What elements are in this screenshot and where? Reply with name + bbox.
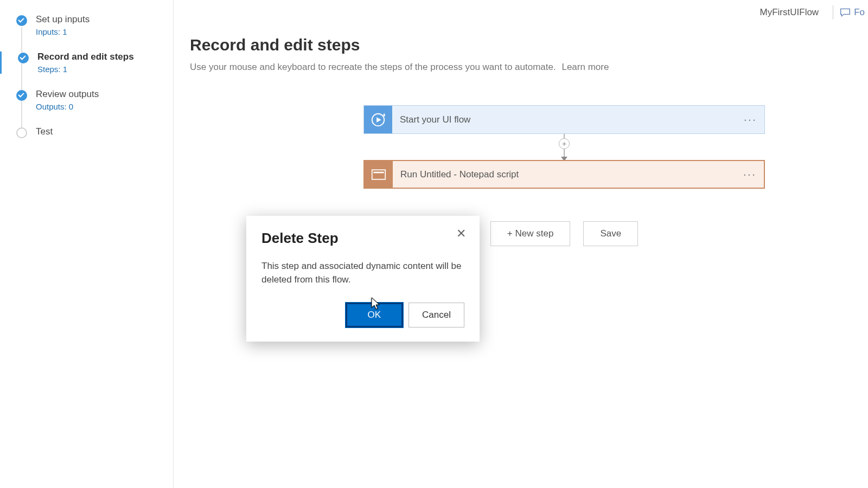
feedback-text: Fo — [854, 7, 865, 18]
nav-step-title: Record and edit steps — [37, 52, 168, 62]
delete-step-dialog: Delete Step ✕ This step and associated d… — [246, 216, 480, 342]
svg-marker-1 — [376, 117, 381, 122]
new-step-button[interactable]: + New step — [490, 221, 571, 246]
flow-name-label: MyFirstUIFlow — [760, 7, 819, 18]
dialog-body: This step and associated dynamic content… — [261, 260, 464, 286]
nav-connector-line — [21, 27, 22, 136]
circle-icon — [16, 127, 27, 138]
step-start-menu-icon[interactable]: ··· — [744, 113, 757, 127]
cancel-button[interactable]: Cancel — [409, 303, 464, 328]
window-icon — [365, 161, 393, 188]
nav-step-test[interactable]: Test — [16, 126, 168, 137]
nav-step-sub: Outputs: 0 — [36, 102, 168, 111]
step-run-label: Run Untitled - Notepad script — [393, 169, 519, 180]
svg-rect-2 — [372, 170, 386, 179]
top-bar: MyFirstUIFlow Fo — [757, 0, 868, 25]
page-description: Use your mouse and keyboard to recreate … — [190, 62, 868, 73]
step-start-label: Start your UI flow — [392, 114, 470, 125]
feedback-link[interactable]: Fo — [840, 7, 865, 18]
save-button[interactable]: Save — [583, 221, 638, 246]
step-connector: + — [564, 134, 565, 160]
page-title: Record and edit steps — [190, 36, 868, 54]
topbar-divider — [833, 5, 833, 20]
nav-step-sub: Inputs: 1 — [36, 27, 168, 36]
learn-more-link[interactable]: Learn more — [561, 62, 609, 72]
step-card-start[interactable]: Start your UI flow ··· — [363, 105, 765, 134]
add-step-between-icon[interactable]: + — [559, 138, 570, 149]
check-icon — [16, 90, 27, 101]
nav-step-inputs[interactable]: Set up inputs Inputs: 1 — [16, 14, 168, 36]
feedback-icon — [840, 8, 851, 17]
step-card-run-script[interactable]: Run Untitled - Notepad script ··· — [363, 160, 765, 189]
step-run-menu-icon[interactable]: ··· — [743, 168, 756, 182]
page-description-text: Use your mouse and keyboard to recreate … — [190, 62, 556, 72]
nav-step-title: Test — [36, 126, 168, 137]
nav-step-outputs[interactable]: Review outputs Outputs: 0 — [16, 89, 168, 111]
dialog-title: Delete Step — [261, 230, 464, 247]
nav-step-sub: Steps: 1 — [37, 65, 168, 74]
dialog-button-row: OK Cancel — [261, 303, 464, 328]
svg-rect-3 — [373, 171, 384, 173]
close-icon[interactable]: ✕ — [455, 228, 468, 241]
check-icon — [18, 53, 29, 63]
nav-step-title: Review outputs — [36, 89, 168, 100]
ok-button[interactable]: OK — [346, 303, 404, 328]
nav-step-title: Set up inputs — [36, 14, 168, 25]
play-recycle-icon — [364, 106, 392, 133]
nav-step-record[interactable]: Record and edit steps Steps: 1 — [0, 52, 168, 74]
wizard-sidebar: Set up inputs Inputs: 1 Record and edit … — [0, 0, 174, 488]
check-icon — [16, 15, 27, 26]
